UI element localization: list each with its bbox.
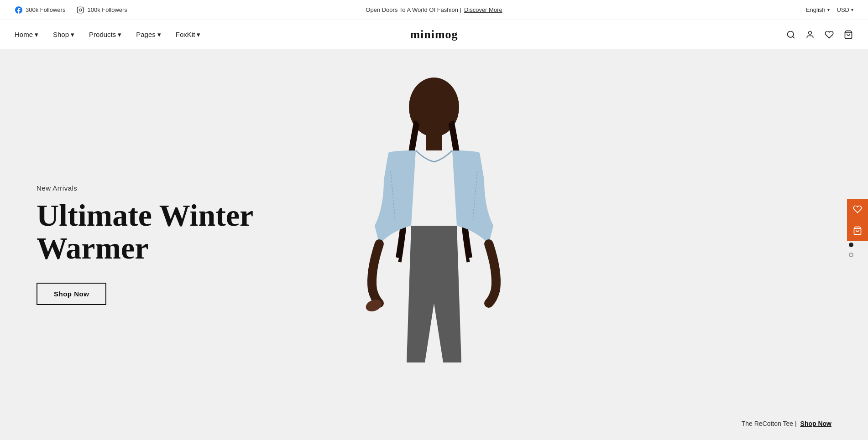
floating-cart-button[interactable] (847, 220, 868, 241)
social-links: 300k Followers 100k Followers (15, 6, 127, 14)
instagram-followers: 100k Followers (87, 6, 127, 13)
facebook-followers: 300k Followers (26, 6, 65, 13)
hero-subtitle: New Arrivals (37, 184, 253, 192)
discover-more-link[interactable]: Discover More (464, 6, 502, 13)
locale-selectors: English ▾ USD ▾ (806, 6, 853, 13)
hero-model-image (297, 49, 571, 440)
hero-section: New Arrivals Ultimate Winter Warmer Shop… (0, 49, 868, 440)
nav-item-pages[interactable]: Pages ▾ (136, 31, 161, 39)
instagram-link[interactable]: 100k Followers (76, 6, 127, 14)
svg-point-5 (809, 31, 812, 34)
svg-point-1 (79, 9, 82, 11)
nav-item-products[interactable]: Products ▾ (89, 31, 121, 39)
hero-content: New Arrivals Ultimate Winter Warmer Shop… (0, 184, 253, 305)
pages-chevron-icon: ▾ (157, 31, 161, 39)
top-bar: 300k Followers 100k Followers Open Doors… (0, 0, 868, 20)
currency-chevron-icon: ▾ (851, 7, 853, 12)
foxkit-chevron-icon: ▾ (197, 31, 200, 39)
account-button[interactable] (805, 30, 815, 40)
svg-rect-8 (426, 132, 442, 150)
hero-shop-now-button[interactable]: Shop Now (37, 283, 106, 305)
promo-text: Open Doors To A World Of Fashion | (366, 6, 461, 13)
floating-wishlist-button[interactable] (847, 199, 868, 220)
svg-point-2 (82, 8, 82, 8)
language-selector[interactable]: English ▾ (806, 6, 830, 13)
facebook-icon (15, 6, 23, 14)
site-logo[interactable]: minimog (410, 28, 458, 41)
nav-actions (786, 30, 853, 40)
svg-line-4 (793, 36, 795, 38)
cart-button[interactable] (843, 30, 853, 40)
hero-dot-2[interactable] (849, 243, 853, 247)
search-button[interactable] (786, 30, 796, 40)
hero-dot-3[interactable] (849, 253, 853, 257)
bottom-label-text: The ReCotton Tee | (742, 420, 797, 427)
language-label: English (806, 6, 826, 13)
bottom-product-label: The ReCotton Tee | Shop Now (742, 420, 831, 427)
floating-sidebar (847, 199, 868, 241)
svg-rect-0 (78, 7, 84, 13)
shop-chevron-icon: ▾ (71, 31, 74, 39)
currency-label: USD (837, 6, 849, 13)
facebook-link[interactable]: 300k Followers (15, 6, 65, 14)
hero-title: Ultimate Winter Warmer (37, 199, 253, 264)
navbar: Home ▾ Shop ▾ Products ▾ Pages ▾ FoxKit … (0, 20, 868, 49)
nav-item-foxkit[interactable]: FoxKit ▾ (176, 31, 201, 39)
home-chevron-icon: ▾ (35, 31, 38, 39)
language-chevron-icon: ▾ (827, 7, 830, 12)
bottom-shop-now-link[interactable]: Shop Now (800, 420, 831, 427)
promo-banner: Open Doors To A World Of Fashion | Disco… (366, 6, 502, 13)
instagram-icon (76, 6, 84, 14)
wishlist-button[interactable] (824, 30, 834, 40)
products-chevron-icon: ▾ (118, 31, 121, 39)
nav-item-shop[interactable]: Shop ▾ (53, 31, 74, 39)
nav-item-home[interactable]: Home ▾ (15, 31, 38, 39)
currency-selector[interactable]: USD ▾ (837, 6, 853, 13)
nav-menu: Home ▾ Shop ▾ Products ▾ Pages ▾ FoxKit … (15, 31, 200, 39)
